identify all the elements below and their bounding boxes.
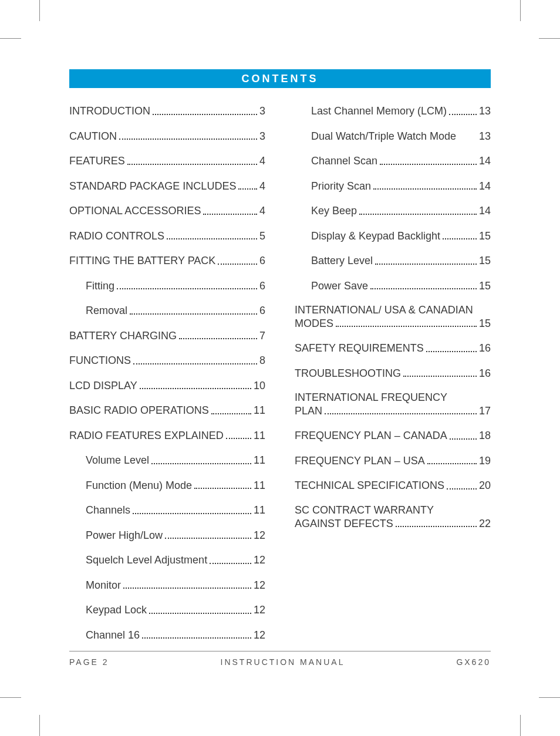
- toc-entry: Power Save15: [295, 279, 491, 293]
- toc-entry-page: 3: [259, 130, 265, 143]
- toc-leader-dots: [165, 538, 251, 539]
- toc-entry: FUNCTIONS8: [69, 354, 265, 367]
- toc-entry-page: 5: [259, 229, 265, 243]
- toc-leader-dots: [151, 463, 251, 464]
- toc-leader-dots: [210, 563, 251, 564]
- crop-mark: [39, 0, 40, 21]
- toc-entry-page: 13: [479, 130, 491, 143]
- crop-mark: [539, 697, 560, 698]
- toc-entry: INTRODUCTION3: [69, 104, 265, 118]
- toc-leader-dots: [218, 264, 257, 265]
- toc-entry-page: 17: [479, 405, 491, 417]
- toc-entry: Channel 1612: [69, 629, 265, 642]
- toc-entry: INTERNATIONAL FREQUENCYPLAN17: [295, 391, 491, 417]
- toc-entry-page: 12: [254, 603, 265, 617]
- toc-entry-page: 6: [259, 279, 265, 293]
- toc-entry-page: 11: [254, 454, 265, 467]
- toc-entry-label: BASIC RADIO OPERATIONS: [69, 404, 209, 417]
- toc-entry: RADIO FEATURES EXPLAINED11: [69, 429, 265, 443]
- toc-entry-label: OPTIONAL ACCESSORIES: [69, 204, 201, 218]
- toc-entry-page: 14: [479, 204, 491, 218]
- toc-entry-label: Function (Menu) Mode: [86, 479, 192, 492]
- toc-entry: Dual Watch/Triple Watch Mode13: [295, 130, 491, 143]
- toc-entry-page: 14: [479, 154, 491, 168]
- toc-leader-dots: [325, 413, 477, 414]
- toc-entry-line2: PLAN17: [295, 405, 491, 417]
- footer-center-text: INSTRUCTION MANUAL: [221, 657, 345, 667]
- toc-entry-label: TECHNICAL SPECIFICATIONS: [295, 479, 444, 492]
- toc-entry-label: Power High/Low: [86, 529, 163, 542]
- toc-entry: Priority Scan14: [295, 180, 491, 193]
- toc-entry-label: RADIO CONTROLS: [69, 229, 164, 243]
- toc-leader-dots: [443, 238, 477, 239]
- toc-leader-dots: [123, 588, 251, 589]
- toc-entry: Last Channel Memory (LCM)13: [295, 104, 491, 118]
- toc-entry-page: 19: [479, 454, 491, 468]
- toc-leader-dots: [133, 363, 257, 364]
- toc-entry: BATTERY CHARGING7: [69, 329, 265, 343]
- toc-entry: FEATURES4: [69, 154, 265, 168]
- toc-entry: SAFETY REQUIREMENTS16: [295, 342, 491, 355]
- toc-entry-label: Priority Scan: [311, 180, 371, 193]
- toc-entry: Keypad Lock12: [69, 603, 265, 617]
- page-footer: PAGE 2 INSTRUCTION MANUAL GX620: [69, 651, 491, 667]
- toc-entry-page: 10: [254, 379, 265, 393]
- contents-title-bar: CONTENTS: [69, 69, 491, 88]
- toc-leader-dots: [167, 238, 257, 239]
- toc-entry: BASIC RADIO OPERATIONS11: [69, 404, 265, 417]
- footer-row: PAGE 2 INSTRUCTION MANUAL GX620: [69, 657, 491, 667]
- toc-entry-page: 11: [254, 404, 265, 417]
- toc-leader-dots: [117, 288, 257, 289]
- toc-entry-label: LCD DISPLAY: [69, 379, 137, 393]
- toc-leader-dots: [119, 139, 257, 140]
- toc-entry-line2: MODES15: [295, 318, 491, 330]
- toc-entry-page: 7: [259, 329, 265, 343]
- toc-entry-label: Channels: [86, 504, 130, 517]
- toc-entry-line2: AGAINST DEFECTS22: [295, 518, 491, 530]
- crop-mark: [520, 0, 521, 21]
- toc-right-column: Last Channel Memory (LCM)13Dual Watch/Tr…: [295, 104, 491, 653]
- toc-leader-dots: [375, 264, 477, 265]
- toc-entry-page: 11: [254, 479, 265, 492]
- toc-entry: LCD DISPLAY10: [69, 379, 265, 393]
- toc-leader-dots: [133, 513, 251, 514]
- toc-entry-label: PLAN: [295, 405, 322, 417]
- toc-leader-dots: [142, 637, 251, 639]
- toc-entry-page: 14: [479, 180, 491, 193]
- toc-entry-page: 15: [479, 229, 491, 243]
- toc-leader-dots: [449, 114, 477, 115]
- toc-entry-page: 13: [479, 104, 491, 118]
- toc-entry-page: 4: [259, 180, 265, 193]
- page-content: CONTENTS INTRODUCTION3CAUTION3FEATURES4S…: [69, 69, 491, 653]
- toc-entry-label: FITTING THE BATTERY PACK: [69, 254, 215, 268]
- toc-entry: Removal6: [69, 304, 265, 318]
- toc-entry: Channel Scan14: [295, 154, 491, 168]
- toc-entry-label: Keypad Lock: [86, 603, 147, 617]
- toc-entry: Squelch Level Adjustment12: [69, 553, 265, 567]
- footer-divider: [69, 651, 491, 651]
- toc-entry-label: Fitting: [86, 279, 114, 293]
- toc-leader-dots: [426, 351, 477, 352]
- toc-entry-label: SC CONTRACT WARRANTY: [295, 504, 491, 516]
- toc-entry: STANDARD PACKAGE INCLUDES4: [69, 180, 265, 193]
- toc-leader-dots: [179, 338, 257, 339]
- toc-entry-label: STANDARD PACKAGE INCLUDES: [69, 180, 236, 193]
- toc-left-column: INTRODUCTION3CAUTION3FEATURES4STANDARD P…: [69, 104, 265, 653]
- toc-entry-label: RADIO FEATURES EXPLAINED: [69, 429, 224, 443]
- toc-entry-label: BATTERY CHARGING: [69, 329, 177, 343]
- toc-entry: INTERNATIONAL/ USA & CANADIANMODES15: [295, 304, 491, 330]
- toc-entry-page: 22: [479, 518, 491, 530]
- toc-entry: FREQUENCY PLAN – CANADA18: [295, 429, 491, 443]
- toc-entry-label: INTERNATIONAL/ USA & CANADIAN: [295, 304, 491, 316]
- toc-entry-label: TROUBLESHOOTING: [295, 367, 401, 380]
- toc-entry-label: MODES: [295, 318, 333, 330]
- toc-columns: INTRODUCTION3CAUTION3FEATURES4STANDARD P…: [69, 104, 491, 653]
- footer-page-number: PAGE 2: [69, 657, 109, 667]
- crop-mark: [539, 38, 560, 39]
- toc-entry-page: 15: [479, 279, 491, 293]
- toc-leader-dots: [238, 188, 257, 190]
- toc-entry-label: FREQUENCY PLAN – CANADA: [295, 429, 447, 443]
- toc-entry-label: Removal: [86, 304, 127, 318]
- toc-entry-label: Volume Level: [86, 454, 149, 467]
- toc-entry-page: 12: [254, 553, 265, 567]
